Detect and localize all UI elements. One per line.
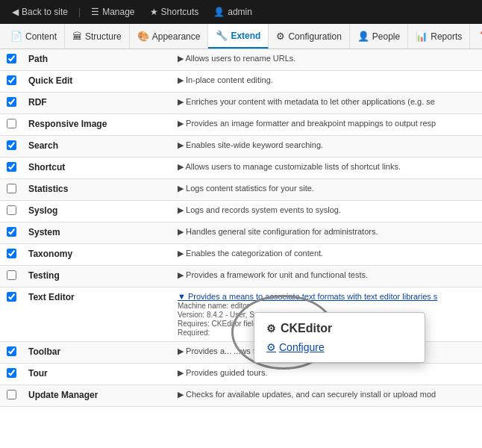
module-name: Statistics bbox=[22, 179, 172, 201]
tooltip-popup: ⚙ CKEditor ⚙ Configure bbox=[254, 312, 425, 363]
table-row: Shortcut▶ Allows users to manage customi… bbox=[0, 158, 482, 179]
module-checkbox-cell bbox=[0, 71, 22, 93]
module-checkbox-cell bbox=[0, 364, 22, 385]
module-checkbox[interactable] bbox=[7, 205, 16, 215]
nav-structure-label: Structure bbox=[85, 31, 122, 42]
module-checkbox-cell bbox=[0, 136, 22, 158]
module-name: Shortcut bbox=[22, 158, 172, 179]
module-checkbox[interactable] bbox=[7, 346, 16, 356]
module-description: ▶ Allows users to rename URLs. bbox=[172, 49, 482, 71]
configure-link[interactable]: ⚙ Configure bbox=[266, 341, 413, 353]
table-row: RDF▶ Enriches your content with metadata… bbox=[0, 93, 482, 114]
nav-appearance-label: Appearance bbox=[152, 31, 201, 42]
help-icon: ❓ bbox=[478, 31, 482, 42]
module-checkbox[interactable] bbox=[7, 292, 16, 302]
hamburger-icon: ☰ bbox=[91, 7, 99, 17]
module-checkbox-cell bbox=[0, 266, 22, 287]
back-label: Back to site bbox=[22, 7, 68, 17]
table-row: Update Manager▶ Checks for available upd… bbox=[0, 385, 482, 407]
module-checkbox-cell bbox=[0, 93, 22, 114]
back-to-site[interactable]: ◀ Back to site bbox=[6, 4, 74, 20]
module-list-wrapper: Path▶ Allows users to rename URLs.Quick … bbox=[0, 49, 482, 448]
extend-icon: 🔧 bbox=[216, 30, 228, 41]
module-checkbox[interactable] bbox=[7, 97, 16, 107]
admin-menu[interactable]: 👤 admin bbox=[207, 4, 258, 20]
module-description: ▶ Handles general site configuration for… bbox=[172, 223, 482, 244]
module-checkbox-cell bbox=[0, 385, 22, 407]
table-row: Statistics▶ Logs content statistics for … bbox=[0, 179, 482, 201]
nav-content[interactable]: 📄 Content bbox=[3, 24, 65, 49]
table-row: Path▶ Allows users to rename URLs. bbox=[0, 49, 482, 71]
module-checkbox[interactable] bbox=[7, 140, 16, 150]
module-description: ▶ In-place content editing. bbox=[172, 71, 482, 93]
module-description: ▶ Logs and records system events to sysl… bbox=[172, 201, 482, 223]
module-name: System bbox=[22, 223, 172, 244]
admin-label: admin bbox=[228, 7, 252, 17]
manage-label: Manage bbox=[102, 7, 134, 17]
nav-appearance[interactable]: 🎨 Appearance bbox=[130, 24, 209, 49]
configuration-icon: ⚙ bbox=[276, 31, 285, 42]
module-checkbox-cell bbox=[0, 49, 22, 71]
module-description: ▶ Provides an image formatter and breakp… bbox=[172, 114, 482, 136]
table-row: Quick Edit▶ In-place content editing. bbox=[0, 71, 482, 93]
configure-label: Configure bbox=[279, 341, 325, 353]
module-name: Toolbar bbox=[22, 342, 172, 364]
gear-icon: ⚙ bbox=[266, 323, 276, 335]
module-checkbox[interactable] bbox=[7, 119, 16, 128]
manage-menu[interactable]: ☰ Manage bbox=[85, 4, 140, 20]
table-row: Syslog▶ Logs and records system events t… bbox=[0, 201, 482, 223]
module-name: Responsive Image bbox=[22, 114, 172, 136]
module-description: ▶ Enriches your content with metadata to… bbox=[172, 93, 482, 114]
arrow-left-icon: ◀ bbox=[12, 7, 19, 17]
table-row: Testing▶ Provides a framework for unit a… bbox=[0, 266, 482, 287]
module-name: Search bbox=[22, 136, 172, 158]
module-checkbox[interactable] bbox=[7, 368, 16, 378]
module-checkbox[interactable] bbox=[7, 184, 16, 193]
table-row: Search▶ Enables site-wide keyword search… bbox=[0, 136, 482, 158]
table-row: System▶ Handles general site configurati… bbox=[0, 223, 482, 244]
module-checkbox[interactable] bbox=[7, 390, 16, 399]
module-name: Text Editor bbox=[22, 287, 172, 342]
tooltip-title-text: CKEditor bbox=[281, 322, 332, 335]
nav-structure[interactable]: 🏛 Structure bbox=[65, 24, 130, 49]
module-name: Tour bbox=[22, 364, 172, 385]
module-checkbox-cell bbox=[0, 179, 22, 201]
module-checkbox-cell bbox=[0, 223, 22, 244]
tooltip-title: ⚙ CKEditor bbox=[266, 322, 413, 335]
secondary-nav: 📄 Content 🏛 Structure 🎨 Appearance 🔧 Ext… bbox=[0, 24, 482, 49]
nav-reports-label: Reports bbox=[431, 31, 462, 42]
nav-extend-label: Extend bbox=[231, 31, 260, 41]
table-row: Responsive Image▶ Provides an image form… bbox=[0, 114, 482, 136]
top-bar: ◀ Back to site | ☰ Manage ★ Shortcuts 👤 … bbox=[0, 0, 482, 24]
module-description: ▶ Logs content statistics for your site. bbox=[172, 179, 482, 201]
module-checkbox-cell bbox=[0, 201, 22, 223]
module-checkbox[interactable] bbox=[7, 54, 16, 63]
nav-people-label: People bbox=[372, 31, 400, 42]
nav-extend[interactable]: 🔧 Extend bbox=[208, 24, 269, 49]
nav-help[interactable]: ❓ Help bbox=[470, 24, 482, 49]
module-name: RDF bbox=[22, 93, 172, 114]
module-checkbox[interactable] bbox=[7, 270, 16, 280]
module-name: Quick Edit bbox=[22, 71, 172, 93]
module-checkbox-cell bbox=[0, 158, 22, 179]
nav-reports[interactable]: 📊 Reports bbox=[408, 24, 470, 49]
nav-people[interactable]: 👤 People bbox=[350, 24, 408, 49]
table-row: Taxonomy▶ Enables the categorization of … bbox=[0, 244, 482, 266]
content-icon: 📄 bbox=[10, 31, 22, 42]
module-checkbox[interactable] bbox=[7, 249, 16, 258]
module-name: Testing bbox=[22, 266, 172, 287]
module-description: ▶ Provides guided tours. bbox=[172, 364, 482, 385]
module-description: ▶ Provides a framework for unit and func… bbox=[172, 266, 482, 287]
module-checkbox[interactable] bbox=[7, 75, 16, 85]
module-checkbox-cell bbox=[0, 287, 22, 342]
star-icon: ★ bbox=[150, 7, 158, 17]
module-checkbox-cell bbox=[0, 342, 22, 364]
nav-configuration[interactable]: ⚙ Configuration bbox=[269, 24, 349, 49]
module-checkbox[interactable] bbox=[7, 162, 16, 172]
structure-icon: 🏛 bbox=[72, 31, 82, 42]
shortcuts-menu[interactable]: ★ Shortcuts bbox=[144, 4, 205, 20]
shortcuts-label: Shortcuts bbox=[161, 7, 199, 17]
nav-content-label: Content bbox=[25, 31, 57, 42]
module-checkbox[interactable] bbox=[7, 227, 16, 237]
appearance-icon: 🎨 bbox=[137, 31, 149, 42]
